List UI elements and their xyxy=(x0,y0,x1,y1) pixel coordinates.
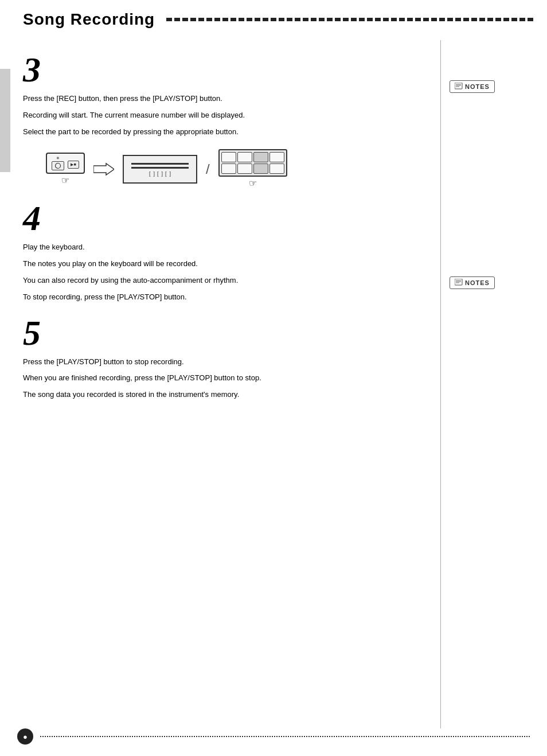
rec-btn-icon xyxy=(52,161,64,170)
step-3-diagram: ✳ ▶■ xyxy=(46,149,429,189)
step-4-text-1: Play the keyboard. xyxy=(23,241,429,254)
key-3-highlighted xyxy=(253,152,268,162)
play-stop-icon: ▶■ xyxy=(68,161,79,169)
bottom-dots xyxy=(40,736,530,737)
keyboard-frame xyxy=(218,149,287,177)
step-4-section: 4 Play the keyboard. The notes you play … xyxy=(23,200,429,303)
svg-rect-2 xyxy=(455,83,462,89)
device-box: ✳ ▶■ xyxy=(46,153,85,174)
display-line-2 xyxy=(131,167,189,169)
key-5 xyxy=(221,163,236,174)
step-5-number: 5 xyxy=(23,315,429,350)
step-4-text-2: The notes you play on the keyboard will … xyxy=(23,258,429,270)
play-triangle: ▶■ xyxy=(71,162,76,167)
step-4-text-3: You can also record by using the auto-ac… xyxy=(23,275,429,287)
key-1 xyxy=(221,152,236,162)
notes-badge-1: NOTES xyxy=(450,80,495,93)
finger-right-icon: ☞ xyxy=(249,178,257,189)
key-6 xyxy=(237,163,252,174)
step-5-text-1: Press the [PLAY/STOP] button to stop rec… xyxy=(23,356,429,368)
key-2 xyxy=(237,152,252,162)
side-tab xyxy=(0,69,10,172)
step-5-section: 5 Press the [PLAY/STOP] button to stop r… xyxy=(23,315,429,401)
play-stop-group: ▶■ xyxy=(68,157,79,169)
page-number: ● xyxy=(23,732,28,741)
content-wrapper: 3 Press the [REC] button, then press the… xyxy=(0,40,547,728)
page-number-circle: ● xyxy=(17,728,33,745)
display-screen: [ ] [ ] [ ] xyxy=(123,155,197,184)
diagram-arrow xyxy=(93,161,114,177)
notes-label-2: NOTES xyxy=(465,279,490,286)
arrow-svg xyxy=(93,161,114,177)
svg-marker-1 xyxy=(93,163,114,175)
notes-badge-2: NOTES xyxy=(450,276,495,289)
rec-stars: ✳ xyxy=(56,156,60,161)
step-3-text-3: Select the part to be recorded by pressi… xyxy=(23,126,429,138)
notes-2-container: NOTES xyxy=(450,276,538,289)
finger-tap-icon: ☞ xyxy=(61,175,69,186)
left-column: 3 Press the [REC] button, then press the… xyxy=(0,40,441,728)
step-3-section: 3 Press the [REC] button, then press the… xyxy=(23,52,429,189)
svg-point-0 xyxy=(56,163,61,168)
keyboard-group: ☞ xyxy=(218,149,287,189)
notes-icon-2 xyxy=(455,279,463,287)
step-4-number: 4 xyxy=(23,200,429,236)
header-dashes xyxy=(166,18,536,21)
svg-rect-6 xyxy=(455,279,462,285)
notes-svg-1 xyxy=(455,83,463,89)
step-5-text-2: When you are finished recording, press t… xyxy=(23,372,429,384)
right-column: NOTES NOTES xyxy=(441,40,547,728)
rec-button-group: ✳ xyxy=(52,156,64,170)
diagram-slash: / xyxy=(206,161,210,177)
key-7-highlighted xyxy=(253,163,268,174)
notes-1-container: NOTES xyxy=(450,80,538,93)
rec-svg xyxy=(54,162,61,169)
step-4-text-4: To stop recording, press the [PLAY/STOP]… xyxy=(23,291,429,303)
page-header: Song Recording xyxy=(0,0,547,34)
step-3-number: 3 xyxy=(23,52,429,87)
display-group: [ ] [ ] [ ] xyxy=(123,155,197,184)
keyboard-bottom-row xyxy=(221,163,284,174)
notes-icon-1 xyxy=(455,83,463,91)
keyboard-top-row xyxy=(221,152,284,162)
display-brackets: [ ] [ ] [ ] xyxy=(149,171,171,177)
display-line-1 xyxy=(131,163,189,165)
step-3-text-1: Press the [REC] button, then press the [… xyxy=(23,93,429,105)
device-buttons: ✳ ▶■ xyxy=(46,153,85,186)
notes-svg-2 xyxy=(455,279,463,286)
notes-label-1: NOTES xyxy=(465,83,490,90)
page-title: Song Recording xyxy=(23,10,155,29)
step-3-text-2: Recording will start. The current measur… xyxy=(23,110,429,122)
step-5-text-3: The song data you recorded is stored in … xyxy=(23,389,429,401)
key-8 xyxy=(269,163,284,174)
key-4 xyxy=(269,152,284,162)
page-bottom: ● xyxy=(0,728,547,745)
